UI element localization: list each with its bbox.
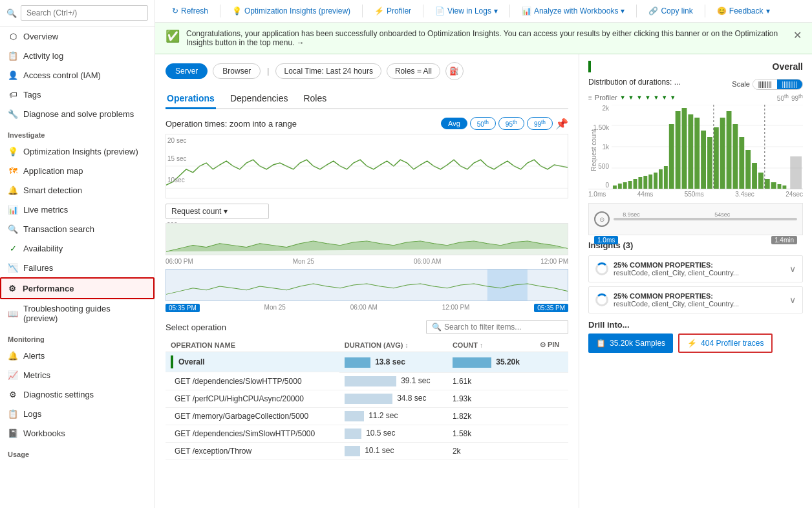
- profiler-marker-6: ▼: [661, 94, 667, 101]
- sidebar-item-label: Availability: [23, 244, 63, 253]
- sidebar-item-label: Optimization Insights (preview): [23, 147, 138, 156]
- sidebar-item-diagnose[interactable]: 🔧 Diagnose and solve problems: [0, 104, 155, 123]
- sidebar-item-metrics[interactable]: 📈 Metrics: [0, 365, 155, 385]
- op-name-cell: GET /dependencies/SlowHTTP/5000: [166, 372, 339, 390]
- expand-icon-2[interactable]: ∨: [789, 295, 796, 305]
- sidebar-item-access-control[interactable]: 👤 Access control (IAM): [0, 65, 155, 85]
- sidebar-item-availability[interactable]: ✓ Availability: [0, 238, 155, 258]
- op-pin-cell[interactable]: [535, 352, 568, 373]
- roles-filter[interactable]: Roles = All: [387, 63, 440, 79]
- filter-icon-button[interactable]: ⛽: [445, 62, 464, 80]
- search-input[interactable]: [21, 5, 148, 21]
- tab-operations[interactable]: Operations: [166, 89, 216, 109]
- sidebar-item-diagnostic-settings[interactable]: ⚙ Diagnostic settings: [0, 385, 155, 404]
- sidebar-item-performance[interactable]: ⚙ Performance: [0, 277, 155, 299]
- refresh-button[interactable]: ↻ Refresh: [166, 4, 215, 18]
- table-row[interactable]: GET /exception/Throw 10.1 sec 2k: [166, 442, 568, 460]
- tab-dependencies[interactable]: Dependencies: [229, 89, 290, 109]
- main-chart-svg: [166, 134, 568, 198]
- sidebar-item-label: Diagnose and solve problems: [23, 109, 134, 119]
- profiler-traces-icon: ⚡: [687, 339, 697, 348]
- dur-550ms: 550ms: [685, 191, 704, 198]
- metric-buttons: Avg 50th 95th 99th 📌: [441, 117, 568, 130]
- profiler-traces-button[interactable]: ⚡ 404 Profiler traces: [678, 333, 773, 353]
- ops-search-input[interactable]: [444, 323, 562, 332]
- right-panel-header: Overall: [588, 61, 803, 72]
- chart-title: Operation times: zoom into a range: [166, 119, 297, 129]
- copy-link-button[interactable]: 🔗 Copy link: [642, 4, 699, 18]
- sidebar-item-smart-detection[interactable]: 🔔 Smart detection: [0, 180, 155, 200]
- timeline-slider[interactable]: ⊙ 8.9sec 54sec 1.0ms 1.4min: [588, 203, 803, 235]
- scale-log-btn[interactable]: |||||||||: [777, 79, 802, 89]
- opt-insights-button[interactable]: 💡 Optimization Insights (preview): [226, 4, 357, 18]
- duration-value: 10.5 sec: [366, 429, 395, 438]
- table-row[interactable]: GET /perfCPU/HighCPUAsync/20000 34.8 sec…: [166, 390, 568, 407]
- feedback-button[interactable]: 😊 Feedback ▾: [710, 4, 776, 18]
- profiler-icon: ≡: [588, 94, 592, 101]
- op-count-cell: 35.20k: [447, 352, 535, 373]
- profiler-label: Profiler: [387, 6, 411, 16]
- duration-bar: [345, 429, 361, 439]
- metric-99th-btn[interactable]: 99th: [527, 117, 553, 130]
- server-tab[interactable]: Server: [166, 63, 208, 79]
- sidebar-item-transaction-search[interactable]: 🔍 Transaction search: [0, 219, 155, 238]
- sidebar-item-workbooks[interactable]: 📓 Workbooks: [0, 423, 155, 443]
- count-chart-svg: [166, 224, 568, 255]
- sidebar-item-logs[interactable]: 📋 Logs: [0, 404, 155, 423]
- duration-value: 39.1 sec: [401, 376, 430, 385]
- mini-time-label-2: Mon 25: [264, 304, 286, 312]
- operations-search[interactable]: 🔍: [426, 320, 568, 334]
- metric-dropdown[interactable]: Request count ▾: [166, 204, 269, 219]
- metric-avg-btn[interactable]: Avg: [441, 118, 467, 129]
- sidebar-item-live-metrics[interactable]: 📊 Live metrics: [0, 200, 155, 219]
- feedback-label: Feedback: [729, 6, 764, 16]
- svg-rect-24: [694, 118, 700, 189]
- sort-count-icon[interactable]: ↑: [480, 342, 483, 349]
- right-panel-title: Overall: [773, 61, 803, 72]
- pin-button[interactable]: 📌: [555, 118, 568, 130]
- profiler-button[interactable]: ⚡ Profiler: [368, 4, 418, 18]
- sidebar-item-opt-insights[interactable]: 💡 Optimization Insights (preview): [0, 142, 155, 161]
- timeline-handle-left[interactable]: ⊙: [594, 211, 610, 227]
- opt-insights-icon: 💡: [232, 6, 242, 16]
- mini-chart-svg: [166, 270, 568, 301]
- duration-bar: [345, 357, 370, 368]
- profiler-marker-5: ▼: [653, 94, 659, 101]
- op-pin-cell[interactable]: [535, 390, 568, 407]
- sidebar-item-activity-log[interactable]: 📋 Activity log: [0, 46, 155, 65]
- op-pin-cell[interactable]: [535, 372, 568, 390]
- analyze-workbooks-button[interactable]: 📊 Analyze with Workbooks ▾: [515, 4, 632, 18]
- sidebar-item-tags[interactable]: 🏷 Tags: [0, 85, 155, 104]
- sidebar-item-failures[interactable]: 📉 Failures: [0, 258, 155, 277]
- profiler-label: Profiler: [595, 94, 617, 101]
- expand-icon-1[interactable]: ∨: [789, 264, 796, 274]
- op-name: GET /dependencies/SimSlowHTTP/5000: [175, 429, 315, 438]
- scale-linear-btn[interactable]: ||||||||: [753, 79, 777, 89]
- op-pin-cell[interactable]: [535, 425, 568, 442]
- metric-95th-btn[interactable]: 95th: [498, 117, 524, 130]
- table-row[interactable]: GET /memory/GarbageCollection/5000 11.2 …: [166, 407, 568, 425]
- samples-button[interactable]: 📋 35.20k Samples: [588, 333, 673, 353]
- sort-duration-icon[interactable]: ↕: [405, 342, 409, 349]
- op-pin-cell[interactable]: [535, 442, 568, 460]
- op-count-cell: 1.93k: [447, 390, 535, 407]
- time-filter[interactable]: Local Time: Last 24 hours: [275, 63, 381, 79]
- insight-card-1: 25% COMMON PROPERTIES: resultCode, clien…: [588, 255, 803, 282]
- tab-roles[interactable]: Roles: [302, 89, 328, 109]
- copy-link-label: Copy link: [661, 6, 692, 16]
- view-in-logs-button[interactable]: 📄 View in Logs ▾: [429, 4, 504, 18]
- sidebar-item-troubleshooting[interactable]: 📖 Troubleshooting guides (preview): [0, 299, 155, 328]
- sidebar-item-app-map[interactable]: 🗺 Application map: [0, 161, 155, 180]
- table-row[interactable]: GET /dependencies/SimSlowHTTP/5000 10.5 …: [166, 425, 568, 442]
- metric-50th-btn[interactable]: 50th: [470, 117, 496, 130]
- banner-close-button[interactable]: ✕: [793, 29, 802, 41]
- sidebar-item-overview[interactable]: ⬡ Overview: [0, 26, 155, 46]
- browser-tab[interactable]: Browser: [213, 63, 261, 79]
- time-label-1: 06:00 PM: [166, 258, 193, 265]
- table-row[interactable]: GET /dependencies/SlowHTTP/5000 39.1 sec…: [166, 372, 568, 390]
- table-row[interactable]: Overall 13.8 sec 35.20k: [166, 352, 568, 373]
- sidebar-section-monitoring: Monitoring: [0, 328, 155, 346]
- sidebar-item-alerts[interactable]: 🔔 Alerts: [0, 346, 155, 365]
- profiler-marker-2: ▼: [628, 94, 634, 101]
- op-pin-cell[interactable]: [535, 407, 568, 425]
